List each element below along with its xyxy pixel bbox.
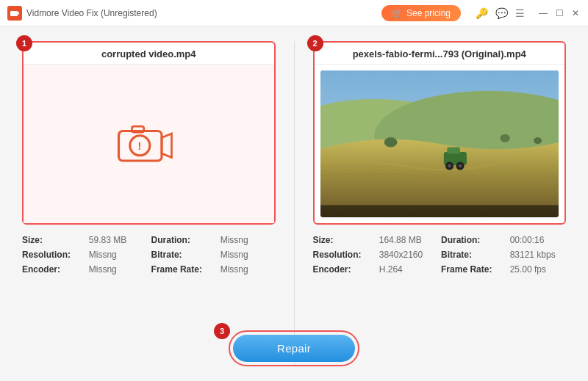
see-pricing-label: See pricing xyxy=(406,8,451,18)
left-encoder-label: Encoder: xyxy=(22,264,82,275)
titlebar: Vidmore Video Fix (Unregistered) 🛒 See p… xyxy=(0,0,588,26)
main-content: 1 corrupted video.mp4 ! xyxy=(0,26,588,381)
left-size-label: Size: xyxy=(22,235,82,245)
right-encoder-value: H.264 xyxy=(379,264,434,275)
svg-point-18 xyxy=(534,137,542,144)
app-logo: Vidmore Video Fix (Unregistered) xyxy=(7,6,157,21)
right-encoder-label: Encoder: xyxy=(313,264,372,275)
original-video-box: 2 pexels-fabio-fermi...793 (Original).mp… xyxy=(313,41,567,225)
repair-outer-border: Repair xyxy=(229,330,359,366)
right-framerate-label: Frame Rate: xyxy=(441,264,503,275)
right-bitrate-value: 83121 kbps xyxy=(510,250,566,260)
badge-3: 3 xyxy=(214,323,230,339)
right-resolution-value: 3840x2160 xyxy=(379,250,434,260)
menu-icon[interactable]: ☰ xyxy=(515,7,525,19)
key-icon[interactable]: 🔑 xyxy=(476,7,488,19)
feedback-icon[interactable]: 💬 xyxy=(495,7,508,19)
corrupted-video-title: corrupted video.mp4 xyxy=(24,43,274,65)
right-resolution-label: Resolution: xyxy=(313,250,372,260)
svg-text:!: ! xyxy=(138,140,142,152)
repair-button[interactable]: Repair xyxy=(233,335,355,362)
video-preview xyxy=(320,70,559,217)
maximize-button[interactable]: ☐ xyxy=(554,8,564,18)
badge-2: 2 xyxy=(307,35,323,51)
corrupted-icon: ! xyxy=(115,118,182,170)
left-panel: 1 corrupted video.mp4 ! xyxy=(22,41,276,366)
bottom-area: 3 Repair xyxy=(0,330,588,366)
left-framerate-label: Frame Rate: xyxy=(151,264,213,275)
svg-rect-0 xyxy=(10,11,18,16)
badge-1: 1 xyxy=(16,35,32,51)
right-size-value: 164.88 MB xyxy=(379,235,434,245)
right-panel: 2 pexels-fabio-fermi...793 (Original).mp… xyxy=(313,41,567,366)
corrupted-video-box: 1 corrupted video.mp4 ! xyxy=(22,41,276,225)
left-framerate-value: Missng xyxy=(220,264,276,275)
right-meta: Size: 164.88 MB Duration: 00:00:16 Resol… xyxy=(313,235,567,275)
left-duration-value: Missng xyxy=(220,235,276,245)
svg-marker-6 xyxy=(162,134,172,157)
right-framerate-value: 25.00 fps xyxy=(510,264,566,275)
panel-divider xyxy=(294,41,295,366)
left-bitrate-label: Bitrate: xyxy=(151,250,213,260)
repair-container: 3 Repair xyxy=(229,330,359,366)
svg-rect-11 xyxy=(447,147,460,153)
titlebar-icon-group: 🔑 💬 ☰ xyxy=(476,7,525,19)
right-bitrate-label: Bitrate: xyxy=(441,250,503,260)
svg-point-16 xyxy=(384,137,397,147)
left-duration-label: Duration: xyxy=(151,235,213,245)
close-button[interactable]: ✕ xyxy=(570,8,581,18)
svg-rect-5 xyxy=(132,126,144,132)
left-encoder-value: Missng xyxy=(89,264,144,275)
right-duration-label: Duration: xyxy=(441,235,503,245)
left-resolution-value: Missng xyxy=(89,250,144,260)
svg-point-15 xyxy=(458,164,461,167)
left-size-value: 59.83 MB xyxy=(89,235,144,245)
minimize-button[interactable]: — xyxy=(538,8,548,18)
svg-point-17 xyxy=(500,134,509,142)
svg-rect-19 xyxy=(320,205,559,217)
corrupted-video-content: ! xyxy=(24,65,274,223)
left-bitrate-value: Missng xyxy=(220,250,276,260)
left-resolution-label: Resolution: xyxy=(22,250,82,260)
see-pricing-button[interactable]: 🛒 See pricing xyxy=(381,5,461,21)
svg-point-14 xyxy=(448,164,451,167)
titlebar-actions: 🛒 See pricing 🔑 💬 ☰ — ☐ ✕ xyxy=(381,5,581,21)
app-icon xyxy=(7,6,22,21)
cart-icon: 🛒 xyxy=(392,8,403,18)
app-title: Vidmore Video Fix (Unregistered) xyxy=(26,8,157,18)
right-size-label: Size: xyxy=(313,235,372,245)
svg-marker-1 xyxy=(18,12,19,15)
left-meta: Size: 59.83 MB Duration: Missng Resoluti… xyxy=(22,235,276,275)
window-controls: — ☐ ✕ xyxy=(538,8,581,18)
original-video-title: pexels-fabio-fermi...793 (Original).mp4 xyxy=(315,43,565,65)
right-duration-value: 00:00:16 xyxy=(510,235,566,245)
